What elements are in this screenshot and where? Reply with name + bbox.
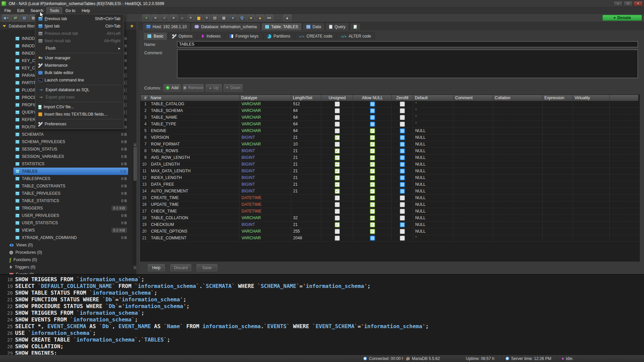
zerofill-checkbox[interactable] (400, 128, 405, 133)
tab-table[interactable]: Table: TABLES (261, 23, 302, 30)
tree-item-table[interactable]: VIEWS8.0 KiB (0, 227, 133, 234)
subtab-foreign-keys[interactable]: Foreign keys (225, 32, 263, 40)
zerofill-checkbox[interactable] (400, 108, 405, 113)
unsigned-checkbox[interactable]: ✓ (335, 169, 340, 174)
donate-button[interactable]: ♥ Donate (602, 15, 642, 21)
remove-column-button[interactable]: × Remove (183, 84, 204, 92)
column-header-comment[interactable]: Comment (453, 95, 493, 101)
zerofill-checkbox[interactable] (400, 202, 405, 207)
tab-database[interactable]: Database: information_schema (191, 23, 260, 30)
maximize-button[interactable]: □ (624, 1, 633, 6)
tab-query[interactable]: Query (325, 23, 349, 30)
column-header-datatype[interactable]: Datatype (239, 95, 291, 101)
tree-item-events[interactable]: Events (0) (0, 271, 133, 274)
column-row[interactable]: 4TABLE_TYPEVARCHAR64'' (141, 121, 639, 128)
column-header-name[interactable]: Name (149, 95, 239, 101)
run-button[interactable]: ▶ (178, 14, 187, 21)
tree-item-table[interactable]: TABLES0 B (13, 168, 128, 175)
save-button[interactable]: Save (197, 264, 217, 271)
zerofill-checkbox[interactable] (400, 148, 405, 154)
tree-item-views[interactable]: Views (0) (0, 241, 133, 249)
column-row[interactable]: 18TABLE_COLLATIONVARCHAR32✓NULL (141, 215, 639, 222)
add-button[interactable]: + (142, 14, 151, 21)
unsigned-checkbox[interactable] (335, 115, 340, 120)
menu-item-next-result-tab[interactable]: Next result tabAlt+Right (35, 37, 124, 45)
zerofill-checkbox[interactable] (400, 229, 405, 234)
column-row[interactable]: 9AVG_ROW_LENGTHBIGINT21✓✓NULL (141, 155, 639, 161)
column-row[interactable]: 19CHECKSUMBIGINT21✓✓NULL (141, 222, 639, 228)
tree-item-procedures[interactable]: Procedures (0) (0, 249, 133, 256)
column-row[interactable]: 11MAX_DATA_LENGTHBIGINT21✓✓NULL (141, 168, 639, 175)
menu-item-user-manager[interactable]: User manager (35, 54, 124, 62)
unsigned-checkbox[interactable]: ✓ (335, 162, 340, 167)
column-row[interactable]: 21TABLE_COMMENTVARCHAR2048'' (141, 235, 639, 242)
tree-item-functions[interactable]: Functions (0) (0, 256, 133, 263)
column-header-unsigned[interactable]: Unsigned (321, 95, 353, 101)
unsigned-checkbox[interactable]: ✓ (335, 135, 340, 140)
unsigned-checkbox[interactable] (335, 102, 340, 107)
column-row[interactable]: 1TABLE_CATALOGVARCHAR512'' (141, 101, 639, 108)
column-header-expression[interactable]: Expression (543, 95, 573, 101)
tab-host[interactable]: Host: 192.168.1.10 (143, 23, 190, 30)
menu-item-preferences[interactable]: Preferences (35, 120, 124, 128)
unsigned-checkbox[interactable] (335, 122, 340, 127)
menu-item-next-tab[interactable]: Next tabCtrl+Tab (35, 22, 124, 30)
tree-item-table[interactable]: USER_STATISTICS0 B (0, 219, 133, 227)
unsigned-checkbox[interactable] (335, 108, 340, 113)
allow-null-checkbox[interactable]: ✓ (370, 128, 375, 133)
column-header-zerofill[interactable]: Zerofill (392, 95, 413, 101)
tree-item-table[interactable]: XTRADB_ADMIN_COMMAND0 B (0, 234, 133, 241)
discard-button[interactable]: Discard (170, 264, 191, 271)
column-row[interactable]: 15CREATE_TIMEDATETIME✓NULL (141, 195, 639, 201)
zerofill-checkbox[interactable] (400, 135, 405, 140)
subtab-partitions[interactable]: Partitions (263, 32, 294, 40)
tree-scrollbar[interactable]: ▲ ▼ (133, 142, 137, 270)
column-header-collation[interactable]: Collation (493, 95, 543, 101)
unsigned-checkbox[interactable] (335, 142, 340, 147)
info-button[interactable]: ● (229, 14, 237, 21)
allow-null-checkbox[interactable]: ✓ (370, 222, 375, 227)
unsigned-checkbox[interactable]: ✓ (335, 189, 340, 194)
minimize-button[interactable]: – (613, 1, 623, 6)
allow-null-checkbox[interactable]: ✓ (370, 135, 375, 140)
allow-null-checkbox[interactable]: ✓ (370, 175, 375, 180)
tree-item-table[interactable]: SESSION_VARIABLES0 B (0, 153, 133, 160)
collapse-button[interactable]: ▲ (283, 14, 291, 21)
column-header-length-set[interactable]: Length/Set (291, 95, 321, 101)
discard-button[interactable]: × (169, 14, 178, 21)
scroll-down-icon[interactable]: ▼ (133, 265, 137, 270)
unsigned-checkbox[interactable] (335, 209, 340, 214)
column-row[interactable]: 14AUTO_INCREMENTBIGINT21✓✓NULL (141, 188, 639, 195)
table-name-input[interactable] (177, 41, 638, 47)
search-button[interactable]: Q (238, 14, 246, 21)
unsigned-checkbox[interactable] (335, 216, 340, 221)
grant-button[interactable]: ● (247, 14, 255, 21)
binary-log-button[interactable]: 010 (265, 14, 273, 21)
menu-edit[interactable]: Edit (14, 7, 27, 14)
zerofill-checkbox[interactable] (400, 216, 405, 221)
allow-null-checkbox[interactable]: ✓ (370, 216, 375, 221)
menu-item-export-database-as-sql[interactable]: Export database as SQL (35, 86, 124, 94)
unsigned-checkbox[interactable]: ✓ (335, 148, 340, 154)
unsigned-checkbox[interactable]: ✓ (335, 222, 340, 227)
zerofill-checkbox[interactable] (400, 222, 405, 227)
column-row[interactable]: 12INDEX_LENGTHBIGINT21✓✓NULL (141, 175, 639, 181)
menu-help[interactable]: Help (78, 7, 93, 14)
help-button[interactable]: Help (148, 264, 165, 271)
subtab-indexes[interactable]: Indexes (197, 32, 225, 40)
column-row[interactable]: 13DATA_FREEBIGINT21✓✓NULL (141, 181, 639, 188)
session-manager-button[interactable]: ◆▼ (2, 14, 10, 21)
column-header-virtuality[interactable]: Virtuality (573, 95, 610, 101)
save-snippet-button[interactable]: ▤ (211, 14, 219, 21)
allow-null-checkbox[interactable]: ✓ (370, 162, 375, 167)
menu-item-flush[interactable]: Flush▶ (35, 45, 124, 52)
menu-item-launch-command-line[interactable]: Launch command line (35, 76, 124, 84)
sql-log[interactable]: 18SHOW TRIGGERS FROM `information_schema… (0, 274, 644, 355)
allow-null-checkbox[interactable]: ✓ (370, 155, 375, 160)
tree-item-table[interactable]: TABLE_PRIVILEGES0 B (0, 190, 133, 197)
tree-item-triggers[interactable]: Triggers (0) (0, 263, 133, 271)
tab-data[interactable]: Data (303, 23, 325, 30)
column-header-#[interactable]: # (141, 95, 149, 101)
reconnect-button[interactable]: ⇄ (11, 14, 19, 21)
unsigned-checkbox[interactable] (335, 229, 340, 234)
